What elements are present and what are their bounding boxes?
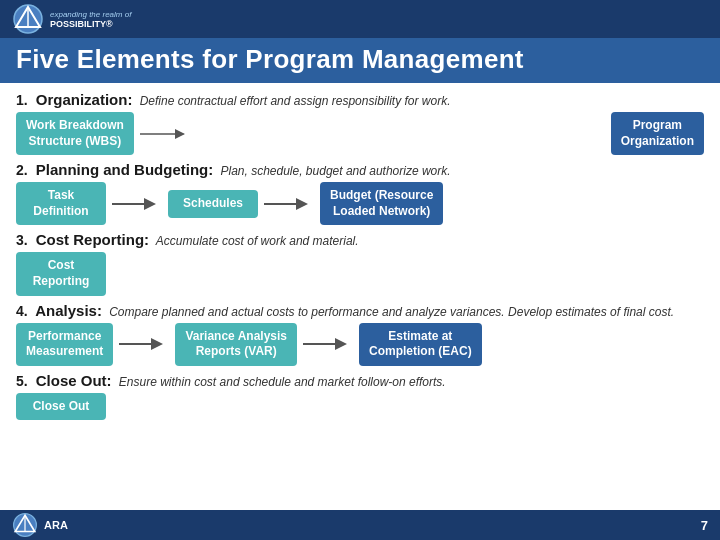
ara-logo: expanding the realm of POSSIBILITY® <box>12 3 131 35</box>
arrow-4b <box>303 335 353 353</box>
section-closeout: 5. Close Out: Ensure within cost and sch… <box>16 372 704 421</box>
footer: ARA 7 <box>0 510 720 540</box>
arrow-1 <box>140 125 190 143</box>
section-2-flow: Task Definition Schedules Budget (Resour… <box>16 182 704 225</box>
footer-page-number: 7 <box>701 518 708 533</box>
wbs-box: Work Breakdown Structure (WBS) <box>16 112 134 155</box>
title-bar: Five Elements for Program Management <box>0 38 720 83</box>
section-3-flow: Cost Reporting <box>16 252 704 295</box>
section-4-flow: Performance Measurement Variance Analysi… <box>16 323 704 366</box>
section-3-heading: 3. Cost Reporting: Accumulate cost of wo… <box>16 231 704 248</box>
footer-logo-icon <box>12 512 38 538</box>
budget-box: Budget (Resource Loaded Network) <box>320 182 443 225</box>
section-1-heading: 1. Organization: Define contractual effo… <box>16 91 704 108</box>
section-1-flow: Work Breakdown Structure (WBS) Program O… <box>16 112 704 155</box>
section-planning: 2. Planning and Budgeting: Plan, schedul… <box>16 161 704 225</box>
logo-text: expanding the realm of POSSIBILITY® <box>50 10 131 29</box>
header: expanding the realm of POSSIBILITY® <box>0 0 720 38</box>
section-2-heading: 2. Planning and Budgeting: Plan, schedul… <box>16 161 704 178</box>
section-5-heading: 5. Close Out: Ensure within cost and sch… <box>16 372 704 389</box>
section-analysis: 4. Analysis: Compare planned and actual … <box>16 302 704 366</box>
footer-logo: ARA <box>12 512 68 538</box>
arrow-2a <box>112 195 162 213</box>
close-out-box: Close Out <box>16 393 106 421</box>
page-title: Five Elements for Program Management <box>16 44 704 75</box>
section-cost-reporting: 3. Cost Reporting: Accumulate cost of wo… <box>16 231 704 295</box>
footer-ara-text: ARA <box>44 519 68 531</box>
main-content: 1. Organization: Define contractual effo… <box>0 83 720 430</box>
arrow-2b <box>264 195 314 213</box>
cost-reporting-box: Cost Reporting <box>16 252 106 295</box>
logo-icon <box>12 3 44 35</box>
arrow-4a <box>119 335 169 353</box>
performance-measurement-box: Performance Measurement <box>16 323 113 366</box>
task-definition-box: Task Definition <box>16 182 106 225</box>
section-4-heading: 4. Analysis: Compare planned and actual … <box>16 302 704 319</box>
program-org-box: Program Organization <box>611 112 704 155</box>
eac-box: Estimate at Completion (EAC) <box>359 323 482 366</box>
section-5-flow: Close Out <box>16 393 704 421</box>
var-box: Variance Analysis Reports (VAR) <box>175 323 297 366</box>
schedules-box: Schedules <box>168 190 258 218</box>
section-organization: 1. Organization: Define contractual effo… <box>16 91 704 155</box>
